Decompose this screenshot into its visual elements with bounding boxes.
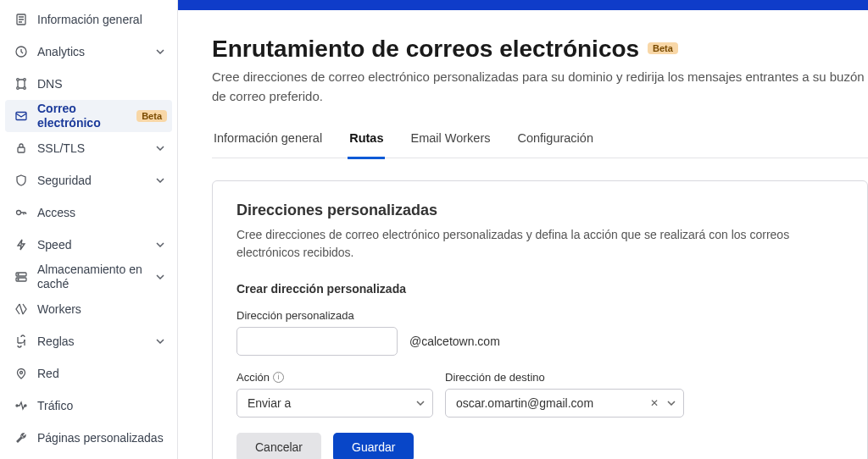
svg-point-4	[17, 87, 19, 90]
sidebar-item-tr-fico[interactable]: Tráfico	[0, 390, 177, 422]
workers-icon	[14, 301, 29, 317]
sidebar-item-label: SSL/TLS	[37, 141, 153, 156]
rules-icon	[14, 334, 29, 349]
action-select-value: Enviar a	[248, 396, 291, 410]
beta-badge: Beta	[136, 110, 167, 122]
page-subtitle: Cree direcciones de correo electrónico p…	[212, 68, 868, 106]
sidebar-item-label: Seguridad	[37, 174, 153, 188]
action-label: Acción i	[236, 371, 433, 384]
sidebar-item-seguridad[interactable]: Seguridad	[0, 164, 177, 196]
sidebar-item-access[interactable]: Access	[0, 196, 177, 229]
tab-email-workers[interactable]: Email Workers	[409, 124, 492, 158]
sidebar-item-label: Analytics	[37, 45, 153, 59]
sidebar-item-informaci-n-general[interactable]: Información general	[0, 3, 177, 36]
clock-icon	[14, 44, 29, 59]
sidebar-item-label: Información general	[37, 13, 167, 27]
main: Enrutamiento de correos electrónicos Bet…	[178, 0, 868, 459]
sidebar-item-red[interactable]: Red	[0, 357, 177, 390]
content: Enrutamiento de correos electrónicos Bet…	[178, 10, 868, 459]
svg-rect-7	[18, 147, 25, 152]
access-icon	[14, 205, 29, 220]
svg-rect-6	[16, 113, 26, 120]
sidebar-item-reglas[interactable]: Reglas	[0, 325, 177, 357]
dns-icon	[14, 76, 29, 91]
dest-select-value: oscar.omartin@gmail.com	[456, 396, 593, 410]
top-brand-bar	[178, 0, 868, 10]
card-desc: Cree direcciones de correo electrónico p…	[236, 226, 843, 262]
chevron-down-icon	[416, 401, 425, 406]
custom-address-field: Dirección personalizada	[236, 309, 398, 356]
save-button[interactable]: Guardar	[333, 433, 414, 459]
tabs: Información general Rutas Email Workers …	[212, 124, 868, 158]
chevron-down-icon	[153, 49, 167, 54]
bolt-icon	[14, 237, 29, 252]
svg-point-12	[18, 279, 19, 280]
tab-overview[interactable]: Información general	[212, 124, 324, 158]
sidebar-item-label: Páginas personalizadas	[37, 431, 167, 445]
card-heading: Direcciones personalizadas	[236, 202, 843, 219]
sidebar-item-label: Speed	[37, 238, 153, 252]
chevron-down-icon	[667, 401, 676, 406]
sidebar-item-label: Correo electrónico	[37, 102, 131, 130]
custom-addresses-card: Direcciones personalizadas Cree direccio…	[212, 180, 868, 459]
sidebar-item-analytics[interactable]: Analytics	[0, 36, 177, 68]
page-header: Enrutamiento de correos electrónicos Bet…	[212, 36, 868, 106]
svg-point-3	[24, 79, 26, 81]
traffic-icon	[14, 398, 29, 413]
cache-icon	[14, 269, 29, 285]
svg-point-2	[17, 79, 19, 81]
sidebar-item-label: Tráfico	[37, 399, 167, 413]
sidebar-item-almacenamiento-en-cach[interactable]: Almacenamiento en caché	[0, 261, 177, 293]
app-root: Información generalAnalyticsDNSCorreo el…	[0, 0, 868, 459]
dest-label: Dirección de destino	[445, 371, 684, 384]
form-buttons: Cancelar Guardar	[236, 433, 843, 459]
sidebar-item-correo-electr-nico[interactable]: Correo electrónicoBeta	[5, 100, 172, 132]
row-custom-address: Dirección personalizada @calcetown.com	[236, 309, 843, 356]
sidebar: Información generalAnalyticsDNSCorreo el…	[0, 0, 178, 459]
sidebar-item-label: Reglas	[37, 335, 153, 349]
wrench-icon	[14, 430, 29, 445]
custom-address-label: Dirección personalizada	[236, 309, 398, 322]
lock-icon	[14, 141, 29, 156]
info-icon[interactable]: i	[273, 372, 284, 383]
sidebar-item-label: Almacenamiento en caché	[37, 263, 153, 291]
beta-badge: Beta	[648, 42, 678, 54]
row-action-dest: Acción i Enviar a	[236, 371, 843, 418]
chevron-down-icon	[153, 178, 167, 183]
sidebar-item-label: Workers	[37, 302, 167, 317]
cancel-button[interactable]: Cancelar	[236, 433, 321, 459]
action-field: Acción i Enviar a	[236, 371, 433, 418]
doc-icon	[14, 12, 29, 27]
sidebar-item-workers[interactable]: Workers	[0, 293, 177, 325]
dest-select[interactable]: oscar.omartin@gmail.com ✕	[445, 389, 684, 418]
action-select[interactable]: Enviar a	[236, 389, 433, 418]
svg-point-11	[18, 274, 19, 275]
clear-icon[interactable]: ✕	[650, 397, 659, 409]
sidebar-item-speed[interactable]: Speed	[0, 229, 177, 261]
chevron-down-icon	[153, 274, 167, 279]
svg-point-13	[20, 372, 23, 374]
tab-routes[interactable]: Rutas	[348, 124, 385, 159]
chevron-down-icon	[153, 146, 167, 151]
create-address-subhead: Crear dirección personalizada	[236, 282, 843, 296]
chevron-down-icon	[153, 339, 167, 344]
dest-field: Dirección de destino oscar.omartin@gmail…	[445, 371, 684, 418]
sidebar-item-label: Access	[37, 206, 167, 220]
action-label-text: Acción	[236, 371, 270, 384]
page-title: Enrutamiento de correos electrónicos	[212, 36, 639, 63]
sidebar-item-p-ginas-personalizadas[interactable]: Páginas personalizadas	[0, 422, 177, 454]
custom-address-input[interactable]	[236, 327, 398, 356]
sidebar-item-ssl-tls[interactable]: SSL/TLS	[0, 132, 177, 164]
svg-point-8	[17, 211, 21, 215]
sidebar-item-dns[interactable]: DNS	[0, 68, 177, 100]
shield-icon	[14, 173, 29, 188]
svg-point-5	[24, 87, 26, 90]
mail-icon	[14, 108, 29, 124]
sidebar-item-label: Red	[37, 367, 167, 381]
pin-icon	[14, 366, 29, 381]
chevron-down-icon	[153, 242, 167, 247]
tab-config[interactable]: Configuración	[515, 124, 594, 158]
domain-suffix: @calcetown.com	[409, 335, 500, 348]
sidebar-item-label: DNS	[37, 77, 167, 91]
